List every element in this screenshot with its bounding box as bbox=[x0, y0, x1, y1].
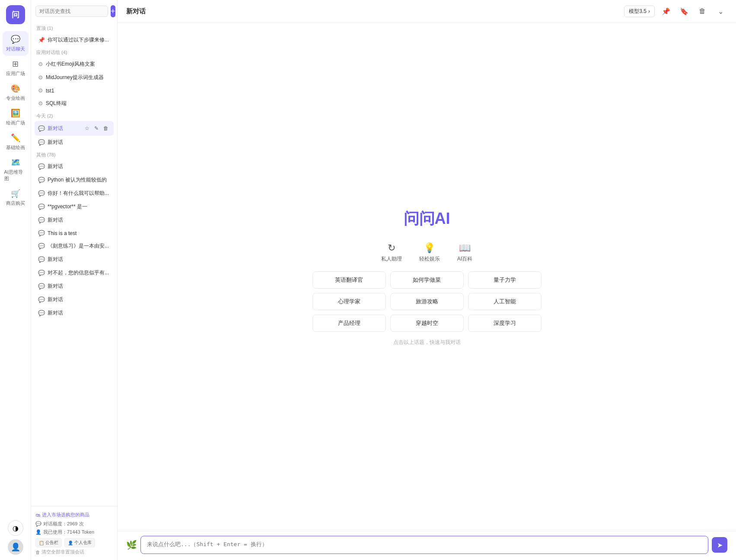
paint-icon: 🎨 bbox=[11, 84, 20, 93]
bulletin-btn[interactable]: 📋 公告栏 bbox=[35, 538, 62, 547]
chat-icon: 💬 bbox=[11, 35, 20, 44]
pinned-section-title: 置顶 (1) bbox=[35, 22, 114, 33]
bookmark-header-btn[interactable]: 🔖 bbox=[677, 4, 691, 18]
pin-item-btn[interactable]: ☆ bbox=[83, 124, 91, 133]
app-item-icon: ⚙ bbox=[38, 74, 43, 81]
pin-icon: 📌 bbox=[38, 37, 45, 43]
quick-tags-grid: 英语翻译官如何学做菜量子力学心理学家旅游攻略人工智能产品经理穿越时空深度学习 bbox=[312, 271, 542, 332]
quick-tag[interactable]: 英语翻译官 bbox=[312, 271, 386, 289]
stat-tokens: 👤 我已使用：71443 Token bbox=[35, 528, 113, 536]
pin-header-btn[interactable]: 📌 bbox=[659, 4, 673, 18]
quick-tag[interactable]: 旅游攻略 bbox=[390, 293, 464, 310]
send-button[interactable]: ➤ bbox=[712, 537, 727, 553]
clear-icon: 🗑 bbox=[35, 550, 40, 555]
category-icon: 💡 bbox=[424, 242, 435, 254]
delete-item-btn[interactable]: 🗑 bbox=[102, 124, 110, 133]
list-item[interactable]: 💬新对话 bbox=[35, 306, 114, 320]
chat-icon: 💬 bbox=[38, 217, 45, 223]
list-item[interactable]: 💬新对话 bbox=[35, 280, 114, 293]
chat-icon: 💬 bbox=[38, 296, 45, 303]
chat-icon: 💬 bbox=[38, 177, 45, 183]
quick-tag[interactable]: 如何学做菜 bbox=[390, 271, 464, 289]
market-link[interactable]: 🛍 进入市场选购您的商品 bbox=[35, 510, 113, 520]
input-left-icon: 🌿 bbox=[126, 540, 137, 550]
sidebar-item-gallery[interactable]: 🖼️绘画广场 bbox=[3, 105, 29, 130]
left-nav: 问 💬对话聊天⊞应用广场🎨专业绘画🖼️绘画广场✏️基础绘画🗺️AI思维导图🛒商店… bbox=[0, 0, 31, 560]
sidebar-item-chat[interactable]: 💬对话聊天 bbox=[3, 31, 29, 56]
market-link-text: 进入市场选购您的商品 bbox=[42, 512, 89, 518]
page-title: 新对话 bbox=[126, 7, 146, 16]
quick-tag[interactable]: 深度学习 bbox=[468, 315, 542, 332]
list-item[interactable]: 💬新对话 bbox=[35, 160, 114, 173]
nav-logo: 问 bbox=[6, 5, 25, 24]
chat-icon: 💬 bbox=[38, 125, 45, 132]
sidebar-item-shop[interactable]: 🛒商店购买 bbox=[3, 185, 29, 210]
search-input[interactable] bbox=[35, 6, 108, 17]
list-item[interactable]: 💬This is a test bbox=[35, 227, 114, 239]
mindmap-icon: 🗺️ bbox=[11, 158, 20, 167]
list-item[interactable]: 💬《刻意练习》是一本由安... bbox=[35, 239, 114, 253]
clear-btn[interactable]: 🗑 清空全部非置顶会话 bbox=[35, 547, 113, 557]
today-item[interactable]: 💬新对话 ☆ ✎ 🗑 bbox=[35, 121, 114, 136]
app-item[interactable]: ⚙小红书Emoji风格文案 bbox=[35, 57, 114, 71]
list-item[interactable]: 💬新对话 bbox=[35, 293, 114, 306]
sidebar-item-mindmap[interactable]: 🗺️AI思维导图 bbox=[3, 154, 29, 185]
chat-input[interactable] bbox=[140, 536, 708, 554]
quick-tag[interactable]: 人工智能 bbox=[468, 293, 542, 310]
sidebar-item-basic-draw[interactable]: ✏️基础绘画 bbox=[3, 130, 29, 154]
new-chat-button[interactable]: + bbox=[111, 5, 115, 17]
app-item-icon: ⚙ bbox=[38, 61, 43, 67]
pinned-item[interactable]: 📌你可以通过以下步骤来修... bbox=[35, 33, 114, 47]
list-item[interactable]: 💬对不起，您的信息似乎有... bbox=[35, 266, 114, 280]
chat-logo: 问问AI bbox=[404, 208, 450, 229]
quick-category[interactable]: 📖AI百科 bbox=[457, 242, 472, 263]
theme-toggle-btn[interactable]: ◑ bbox=[8, 520, 23, 536]
conversations-icon: 💬 bbox=[35, 521, 41, 527]
chat-area: 问问AI ↻私人助理💡轻松娱乐📖AI百科 英语翻译官如何学做菜量子力学心理学家旅… bbox=[118, 23, 736, 531]
app-item-icon: ⚙ bbox=[38, 87, 43, 94]
list-item[interactable]: 💬**pgvector** 是一 bbox=[35, 200, 114, 213]
header-actions: 模型3.5 › 📌 🔖 🗑 ⌄ bbox=[624, 4, 727, 18]
today-item[interactable]: 💬新对话 bbox=[35, 136, 114, 149]
list-item[interactable]: 💬新对话 bbox=[35, 253, 114, 266]
quick-tag[interactable]: 产品经理 bbox=[312, 315, 386, 332]
basic-draw-icon: ✏️ bbox=[11, 133, 20, 143]
quick-tag[interactable]: 心理学家 bbox=[312, 293, 386, 310]
sidebar-search-bar: + bbox=[31, 0, 117, 22]
quick-category[interactable]: ↻私人助理 bbox=[381, 242, 402, 263]
chat-icon: 💬 bbox=[38, 163, 45, 170]
nav-bottom: ◑ 👤 bbox=[8, 520, 23, 555]
profile-btn[interactable]: 👤 个人仓库 bbox=[64, 538, 95, 547]
app-item[interactable]: ⚙MidJourney提示词生成器 bbox=[35, 71, 114, 84]
delete-header-btn[interactable]: 🗑 bbox=[695, 4, 709, 18]
model-select-btn[interactable]: 模型3.5 › bbox=[624, 6, 655, 17]
list-item[interactable]: 💬新对话 bbox=[35, 213, 114, 227]
avatar[interactable]: 👤 bbox=[8, 539, 23, 555]
chat-icon: 💬 bbox=[38, 283, 45, 290]
list-item[interactable]: 💬Python 被认为性能较低的 bbox=[35, 173, 114, 187]
category-icon: 📖 bbox=[459, 242, 471, 254]
quick-tag[interactable]: 穿越时空 bbox=[390, 315, 464, 332]
chat-icon: 💬 bbox=[38, 243, 45, 249]
edit-item-btn[interactable]: ✎ bbox=[92, 124, 101, 133]
app-item[interactable]: ⚙tst1 bbox=[35, 84, 114, 97]
today-section-title: 今天 (2) bbox=[35, 110, 114, 121]
app-item[interactable]: ⚙SQL终端 bbox=[35, 97, 114, 110]
chat-icon: 💬 bbox=[38, 256, 45, 263]
quick-tag[interactable]: 量子力学 bbox=[468, 271, 542, 289]
more-header-btn[interactable]: ⌄ bbox=[714, 4, 727, 18]
sidebar-item-apps[interactable]: ⊞应用广场 bbox=[3, 56, 29, 80]
main-header: 新对话 模型3.5 › 📌 🔖 🗑 ⌄ bbox=[118, 0, 736, 23]
shop-icon: 🛒 bbox=[11, 189, 20, 198]
send-icon: ➤ bbox=[717, 541, 723, 549]
item-actions: ☆ ✎ 🗑 bbox=[83, 124, 110, 133]
main-content: 新对话 模型3.5 › 📌 🔖 🗑 ⌄ 问问AI ↻私人助理💡轻松娱乐📖AI百科… bbox=[118, 0, 736, 560]
category-icon: ↻ bbox=[388, 242, 395, 254]
sidebar-footer: 🛍 进入市场选购您的商品 💬 对话额度：2969 次 👤 我已使用：71443 … bbox=[31, 506, 117, 560]
list-item[interactable]: 💬你好！有什么我可以帮助... bbox=[35, 187, 114, 200]
sidebar-item-paint[interactable]: 🎨专业绘画 bbox=[3, 80, 29, 105]
quick-category[interactable]: 💡轻松娱乐 bbox=[419, 242, 440, 263]
app-section-title: 应用对话组 (4) bbox=[35, 47, 114, 57]
chat-icon: 💬 bbox=[38, 230, 45, 236]
app-item-icon: ⚙ bbox=[38, 100, 43, 107]
